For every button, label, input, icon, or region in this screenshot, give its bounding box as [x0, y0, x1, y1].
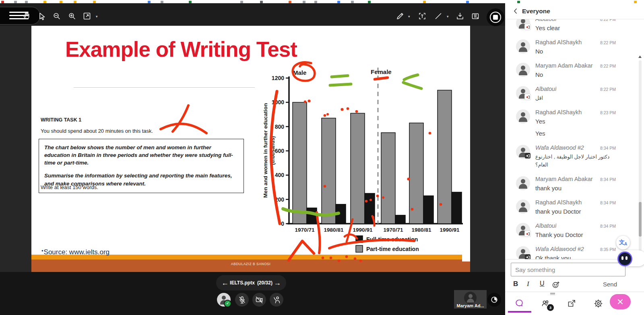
message-author: Maryam Adam Abakar — [535, 175, 593, 183]
message-body: اقل — [516, 94, 616, 102]
svg-text:Female: Female — [371, 68, 392, 75]
message-time: 8:22 PM — [600, 87, 616, 92]
logged-out-badge — [525, 94, 530, 100]
gear-icon — [593, 299, 603, 309]
svg-text:Men and women in further educa: Men and women in further education — [262, 103, 268, 198]
camera-slash-icon — [254, 295, 264, 305]
message-time: 8:34 PM — [600, 146, 616, 150]
user-avatar-button[interactable]: ✓ — [217, 293, 231, 307]
share-icon — [567, 299, 576, 308]
message-body: دكتور اختبار لاجل الوظيفة , اختارنوع الع… — [516, 153, 616, 169]
send-button[interactable]: Send — [603, 281, 617, 288]
message-body: Ok thank you — [516, 254, 616, 259]
stop-presentation-button[interactable] — [487, 8, 504, 26]
raise-hand-button[interactable] — [270, 293, 283, 307]
bookmark-icon — [303, 1, 305, 3]
settings-button[interactable] — [590, 295, 606, 311]
tab-participants[interactable]: 3 — [537, 295, 553, 311]
slide-title: Example of Writing Test — [65, 37, 297, 62]
microphone-muted-button[interactable] — [235, 293, 249, 307]
svg-text:600: 600 — [275, 148, 285, 154]
message-time: 8:34 PM — [600, 200, 616, 205]
chat-bottom-nav: 3 — [505, 292, 644, 315]
zoom-out-button[interactable] — [50, 10, 63, 23]
download-annotations-button[interactable] — [454, 10, 466, 23]
assistant-face-button[interactable] — [617, 251, 632, 266]
clock-icon — [490, 295, 499, 304]
translate-icon: 文 — [619, 239, 625, 246]
avatar — [516, 39, 530, 54]
bookmark-icon — [368, 1, 371, 3]
message-time: 8:34 PM — [600, 177, 616, 182]
pencil-tool-button[interactable] — [394, 10, 407, 23]
message-author: Wafa Aldawood #2 — [535, 245, 584, 253]
mic-slash-icon — [237, 295, 247, 305]
message-text: اقل — [535, 94, 616, 102]
participants-count-badge: 3 — [546, 303, 555, 312]
next-slide-button[interactable]: → — [274, 279, 281, 286]
underline-button[interactable]: U — [540, 280, 545, 287]
education-chart: 020040060080010001200Men and women in fu… — [254, 60, 465, 261]
pointer-tool-button[interactable] — [35, 10, 48, 23]
svg-text:1990/91: 1990/91 — [440, 227, 460, 233]
line-tool-button[interactable] — [432, 10, 445, 23]
scrollbar-thumb[interactable] — [639, 202, 642, 237]
fit-screen-icon — [82, 11, 92, 21]
message-body: thank you — [516, 184, 616, 192]
presentation-slide: Example of Writing Test WRITING TASK 1 Y… — [31, 26, 470, 272]
webcam-thumbnail[interactable]: Maryam Ad... — [454, 290, 487, 309]
message-text: thank you Doctor — [535, 208, 616, 216]
chat-message-input[interactable] — [511, 263, 625, 276]
session-timer-button[interactable] — [487, 293, 501, 307]
share-button[interactable] — [564, 295, 580, 311]
tab-public-chat[interactable] — [511, 295, 527, 311]
task-footer: Write at least 150 words. — [41, 184, 98, 190]
translate-button[interactable]: 文A — [616, 236, 630, 249]
message-text: Ok thank you — [535, 254, 616, 259]
message-author: Albatoul — [535, 222, 556, 229]
svg-text:1970/71: 1970/71 — [384, 227, 403, 233]
document-navigation-pill: ← IELTS.pptx(20/32) → — [216, 275, 286, 290]
emoji-button[interactable] — [552, 281, 560, 291]
hand-icon — [22, 11, 31, 21]
chat-message: Wafa Aldawood #2 8:34 PM دكتور اختبار لا… — [516, 144, 644, 169]
zoom-out-icon — [52, 11, 62, 21]
message-text: Thank you Doctor — [535, 231, 616, 239]
previous-slide-button[interactable]: ← — [221, 279, 229, 286]
message-body: No — [516, 71, 616, 79]
message-body: Yes clear — [516, 24, 616, 32]
svg-text:400: 400 — [275, 172, 285, 178]
bookmark-icon — [25, 1, 28, 3]
italic-button[interactable]: I — [527, 280, 529, 288]
text-tool-button[interactable] — [416, 10, 429, 23]
clear-annotations-button[interactable] — [469, 10, 482, 23]
logged-out-badge — [525, 254, 530, 259]
hand-tool-button[interactable] — [20, 10, 33, 23]
zoom-in-button[interactable] — [66, 10, 78, 23]
message-text: thank you — [535, 184, 616, 192]
fit-to-screen-button[interactable] — [80, 10, 93, 23]
pencil-options-caret[interactable]: ▾ — [408, 14, 410, 19]
bookmark-icon — [240, 1, 243, 3]
svg-text:1200: 1200 — [272, 75, 284, 81]
chat-scrollbar[interactable] — [639, 60, 642, 254]
bold-button[interactable]: B — [513, 280, 518, 288]
message-author: Raghad AlShaykh — [535, 39, 582, 46]
chat-title: Everyone — [522, 8, 550, 15]
message-body: thank you Doctor — [516, 208, 616, 216]
close-panel-button[interactable] — [610, 294, 631, 309]
bookmark-icon — [189, 1, 192, 3]
chat-message: Raghad AlShaykh 8:34 PM thank you Doctor — [516, 199, 644, 216]
message-author: Albatoul — [535, 85, 556, 93]
bookmark-icon — [14, 1, 17, 3]
task-heading: WRITING TASK 1 — [41, 117, 81, 123]
message-time: 8:22 PM — [600, 64, 616, 68]
line-options-caret[interactable]: ▾ — [447, 14, 449, 19]
back-chevron-icon[interactable] — [512, 8, 519, 16]
text-tool-icon — [417, 11, 427, 21]
camera-off-button[interactable] — [252, 293, 266, 307]
scroll-up-arrow[interactable] — [638, 56, 642, 58]
fit-options-caret[interactable]: ▾ — [96, 14, 98, 19]
svg-text:1000: 1000 — [272, 99, 284, 105]
source-link: •Source: www.ielts.org — [41, 248, 109, 256]
